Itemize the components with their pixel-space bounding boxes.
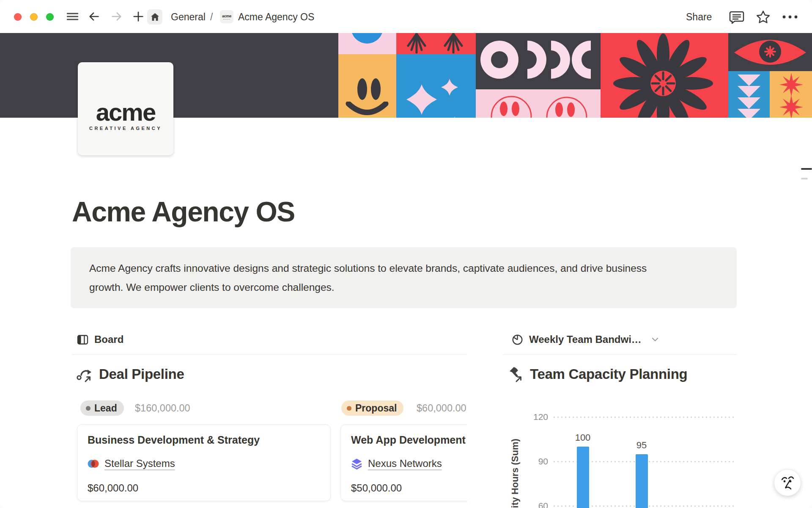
cover-art-oddc-tile: [476, 33, 601, 89]
cover-art-stars-tile: [770, 71, 812, 118]
chart-bar-value-label: 95: [627, 440, 656, 451]
cover-art-eye-tile: [728, 33, 812, 71]
board-icon: [77, 334, 88, 345]
favorite-star-icon[interactable]: [756, 10, 770, 24]
chart-y-tick-label: 120: [518, 412, 548, 422]
back-icon[interactable]: [88, 10, 101, 23]
toc-indicator-bar[interactable]: [801, 178, 808, 179]
cover-art-sparkle-tile: [396, 54, 476, 118]
chart-bar[interactable]: [636, 454, 648, 508]
zoom-window-button[interactable]: [46, 13, 54, 21]
board-section-title: Deal Pipeline: [99, 366, 184, 382]
board-tab-label: Board: [94, 334, 123, 345]
bar-chart: 120906010095: [503, 329, 737, 508]
breadcrumb-page-title[interactable]: Acme Agency OS: [238, 11, 314, 22]
callout-text: Acme Agency crafts innovative designs an…: [89, 259, 658, 297]
toolbar: General / acme Acme Agency OS Share: [0, 0, 812, 33]
logo-tagline: CREATIVE AGENCY: [78, 126, 173, 131]
cover-art-flower-tile: [601, 33, 728, 118]
share-button[interactable]: Share: [686, 11, 712, 22]
page-favicon: acme: [220, 10, 233, 23]
chart-y-tick-label: 60: [518, 501, 548, 508]
logo-wordmark: acme: [78, 99, 173, 125]
chart-y-tick-label: 90: [518, 456, 548, 467]
linked-database-sync-icon: [76, 366, 93, 383]
cover-art-circle-tile: [338, 33, 396, 54]
breadcrumb-workspace[interactable]: General: [171, 11, 206, 22]
card-amount: $60,000.00: [88, 482, 138, 494]
status-dot: [86, 406, 91, 411]
cover-art-faces-tile: [476, 89, 601, 118]
home-button[interactable]: [147, 9, 162, 25]
group-sum: $60,000.00: [417, 403, 466, 414]
workspace-logo-card: acme CREATIVE AGENCY: [78, 62, 173, 155]
ai-face-icon: [779, 474, 796, 491]
chart-bar-value-label: 100: [568, 432, 598, 443]
card-title: Web App Development: [351, 434, 466, 446]
client-logo-icon: [88, 458, 99, 469]
card-amount: $50,000.00: [351, 482, 402, 494]
board-card[interactable]: Business Development & Strategy Stellar …: [77, 424, 331, 501]
new-tab-icon[interactable]: [132, 10, 145, 23]
client-relation-link[interactable]: Stellar Systems: [104, 458, 175, 469]
card-title: Business Development & Strategy: [88, 434, 260, 446]
toc-indicator-bar[interactable]: [801, 168, 812, 170]
chart-y-axis-label: Capacity Hours (Sum): [510, 409, 521, 508]
minimize-window-button[interactable]: [30, 13, 38, 21]
comments-icon[interactable]: [729, 10, 744, 25]
breadcrumb-separator: /: [210, 11, 213, 22]
status-pill-lead[interactable]: Lead: [80, 400, 124, 416]
status-dot: [347, 406, 351, 411]
sidebar-toggle-icon[interactable]: [67, 10, 78, 23]
forward-icon[interactable]: [110, 10, 123, 23]
board-section-heading: Deal Pipeline: [76, 366, 184, 383]
board-view-tab[interactable]: Board: [77, 334, 123, 345]
board-view: Board Deal Pipeline Lead $160,000.00 Bus…: [72, 329, 467, 508]
close-window-button[interactable]: [14, 13, 22, 21]
cover-art-smiley-tile: [338, 54, 396, 118]
chart-bar[interactable]: [577, 447, 589, 508]
more-options-icon[interactable]: [781, 10, 799, 23]
board-card[interactable]: Web App Development Nexus Networks $50,0…: [340, 424, 467, 501]
page-title: Acme Agency OS: [72, 196, 295, 228]
status-pill-proposal[interactable]: Proposal: [341, 400, 403, 416]
home-icon: [151, 13, 159, 21]
callout-block: Acme Agency crafts innovative designs an…: [71, 247, 737, 308]
notion-ai-face-button[interactable]: [774, 469, 801, 496]
client-relation-link[interactable]: Nexus Networks: [368, 458, 442, 469]
cover-art-firework-tile: [396, 33, 476, 54]
client-logo-icon: [351, 458, 362, 469]
view-divider: [72, 354, 467, 355]
group-sum: $160,000.00: [135, 403, 190, 414]
chart-view: Weekly Team Bandwi… Team Capacity Planni…: [503, 329, 737, 508]
chart-gridline: [552, 417, 735, 418]
cover-art-triangles-tile: [728, 71, 770, 118]
app-window: General / acme Acme Agency OS Share: [0, 0, 812, 508]
